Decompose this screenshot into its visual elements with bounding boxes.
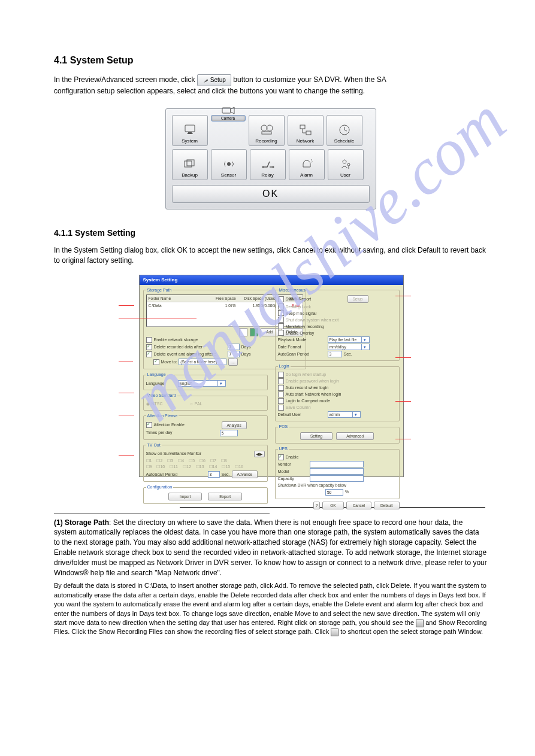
tv-sec-input[interactable]	[208, 471, 220, 478]
leader-line	[119, 362, 133, 362]
cb-ar[interactable]	[278, 385, 284, 391]
ok-button[interactable]: OK	[322, 502, 343, 509]
du-select[interactable]: admin▾	[328, 411, 361, 418]
import-button[interactable]: Import	[168, 493, 202, 500]
cb-beep[interactable]	[278, 310, 284, 316]
camera-icon	[221, 105, 235, 116]
tile-camera[interactable]: Camera	[211, 115, 246, 122]
setup-panel: System Camera Recording Network Schedule…	[165, 108, 376, 210]
svg-point-13	[227, 162, 231, 166]
network-icon	[299, 124, 312, 136]
desc-1-foot: By default the data is stored in C:\Data…	[54, 581, 487, 636]
default-button[interactable]: Default	[374, 502, 400, 509]
cb-move[interactable]	[153, 359, 159, 365]
monitor-icon	[183, 124, 197, 136]
days1-input[interactable]	[228, 344, 240, 350]
svg-point-16	[343, 160, 346, 163]
tile-schedule[interactable]: Schedule	[327, 115, 362, 146]
subsection-title: 4.1.1 System Setting	[54, 227, 487, 239]
group-language: Language LanguageEnglish▾	[143, 372, 268, 390]
cb-attention[interactable]	[146, 422, 152, 428]
browse-button[interactable]: ...	[228, 358, 237, 366]
tv-nav[interactable]: ◀ ▶	[254, 451, 265, 457]
svg-point-17	[347, 163, 350, 166]
reel-icon	[260, 124, 273, 136]
cb-netstorage[interactable]	[146, 337, 152, 343]
group-vstd: Video Standard ◉ NTSC○ PAL	[143, 393, 268, 411]
tile-network[interactable]: Network	[288, 115, 324, 146]
disk-icon	[331, 629, 338, 636]
tile-recording[interactable]: Recording	[249, 115, 285, 146]
panel-ok-button[interactable]: OK	[172, 185, 370, 203]
path-color[interactable]	[239, 328, 247, 336]
disk-icon	[416, 620, 424, 627]
user-icon	[340, 158, 352, 170]
tile-sensor[interactable]: Sensor	[211, 149, 247, 180]
svg-rect-8	[300, 125, 305, 129]
svg-marker-4	[231, 107, 234, 114]
group-config: Configuration ImportExport	[143, 484, 268, 504]
tile-user[interactable]: User	[328, 149, 364, 180]
tile-alarm[interactable]: Alarm	[289, 149, 325, 180]
system-setting-window: System Setting Storage Path Folder NameF…	[139, 275, 404, 476]
alarm-icon	[301, 158, 313, 170]
cb-ups[interactable]	[278, 454, 284, 460]
tile-relay[interactable]: Relay	[250, 149, 286, 180]
ups-pct-input[interactable]	[325, 489, 343, 496]
leader-line	[395, 357, 411, 358]
svg-rect-0	[185, 125, 195, 132]
svg-rect-3	[222, 108, 231, 113]
cb-ovl[interactable]	[278, 330, 284, 336]
export-button[interactable]: Export	[208, 493, 242, 500]
cb-status[interactable]	[278, 296, 284, 302]
status-setup-button[interactable]: Setup	[347, 295, 368, 303]
cb-delrec[interactable]	[146, 344, 152, 350]
group-misc: Miscellaneous Status ReportSetup Desktop…	[275, 287, 400, 362]
leader-line	[119, 305, 134, 306]
leader-line	[119, 393, 134, 393]
leader-line	[395, 296, 411, 296]
svg-point-15	[272, 166, 274, 168]
svg-point-14	[262, 166, 264, 168]
wrench-icon	[202, 78, 208, 84]
language-select[interactable]: English▾	[178, 380, 226, 387]
move-select[interactable]: (Select a folder here)	[179, 359, 226, 365]
pos-setting-button[interactable]: Setting	[300, 432, 333, 440]
tile-system[interactable]: System	[172, 115, 208, 146]
days2-input[interactable]	[228, 351, 240, 357]
help-button[interactable]: ?	[313, 502, 321, 509]
cancel-button[interactable]: Cancel	[346, 502, 371, 509]
leader-line	[119, 415, 134, 415]
cb-delevt[interactable]	[146, 351, 152, 357]
ups-cap-input[interactable]	[310, 475, 364, 482]
setup-button-inline[interactable]: Setup	[197, 74, 231, 86]
pbmode-select[interactable]: Play the last file▾	[328, 336, 370, 343]
section-title: 4.1 System Setup	[54, 54, 487, 67]
group-attention: Attention Please Attention EnableAnalysi…	[143, 413, 268, 440]
leader-line	[395, 401, 411, 402]
svg-rect-1	[188, 132, 192, 133]
intro-text: In the Preview/Advanced screen mode, cli…	[54, 74, 487, 96]
pos-adv-button[interactable]: Advanced	[336, 432, 374, 440]
ups-model-input[interactable]	[310, 468, 364, 475]
svg-rect-2	[187, 133, 193, 134]
analysis-button[interactable]: Analysis	[222, 421, 247, 429]
ups-vendor-input[interactable]	[310, 461, 364, 467]
cb-mand[interactable]	[278, 323, 284, 329]
group-tvout: TV Out Show on Surveillance Monitor◀ ▶ ☐…	[143, 442, 268, 482]
group-ups: UPS Enable Vendor Model Capacity Shutdow…	[275, 446, 400, 499]
path-color2[interactable]	[250, 328, 258, 336]
subsection-desc: In the System Setting dialog box, click …	[54, 245, 487, 266]
leader-line	[119, 455, 134, 456]
sensor-icon	[223, 158, 235, 170]
leader-line	[395, 439, 411, 439]
clock-icon	[338, 124, 350, 136]
svg-rect-7	[262, 132, 271, 134]
df-select[interactable]: mm/dd/yy▾	[328, 344, 370, 350]
tv-adv-button[interactable]: Advance	[232, 470, 258, 478]
tile-backup[interactable]: Backup	[172, 149, 208, 180]
times-input[interactable]	[220, 430, 238, 436]
cb-an[interactable]	[278, 391, 284, 397]
cb-cm[interactable]	[278, 398, 284, 404]
misc-sec-input[interactable]	[328, 351, 342, 357]
